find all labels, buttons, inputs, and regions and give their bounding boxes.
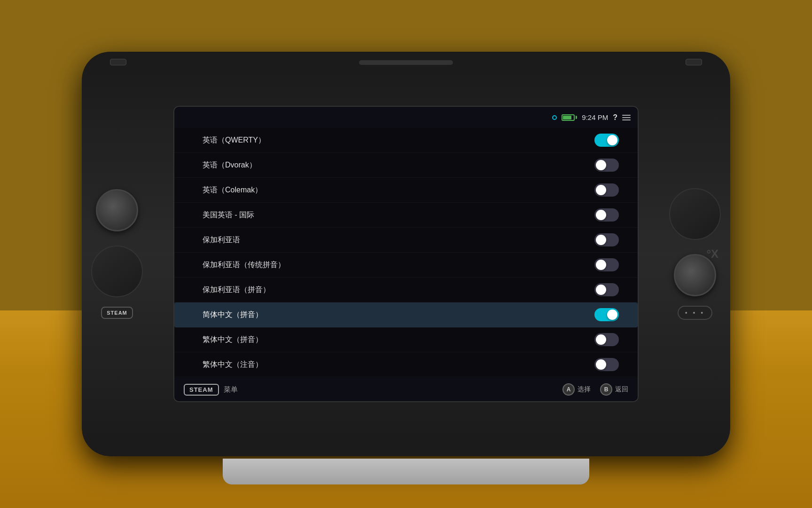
- toggle-us-international[interactable]: [594, 208, 619, 222]
- left-controls: STEAM: [91, 189, 143, 319]
- steam-deck: STEAM 9:24 PM ?: [82, 52, 730, 456]
- dock-stand: [223, 459, 589, 484]
- toggle-thumb-us-international: [596, 210, 606, 220]
- toggle-traditional-chinese-zhuyin[interactable]: [594, 358, 619, 371]
- button-a-hint: A 选择: [562, 383, 591, 396]
- bottom-right-hints: A 选择 B 返回: [562, 383, 628, 396]
- button-b-icon[interactable]: B: [600, 383, 612, 396]
- settings-label-bulgarian-phonetic: 保加利亚语（拼音）: [203, 285, 270, 295]
- settings-item-traditional-chinese-zhuyin[interactable]: 繁体中文（注音）: [174, 352, 638, 377]
- menu-label: 菜单: [224, 385, 238, 394]
- top-left-button[interactable]: [110, 59, 126, 65]
- settings-item-english-qwerty[interactable]: 英语（QWERTY）: [174, 128, 638, 153]
- settings-item-bulgarian-traditional[interactable]: 保加利亚语（传统拼音）: [174, 253, 638, 278]
- settings-label-traditional-chinese-pinyin: 繁体中文（拼音）: [203, 335, 263, 345]
- toggle-thumb-english-dvorak: [596, 160, 606, 170]
- settings-label-english-qwerty: 英语（QWERTY）: [203, 135, 265, 145]
- settings-label-english-colemak: 英语（Colemak）: [203, 185, 262, 195]
- battery-icon: [562, 114, 577, 121]
- settings-label-bulgarian-traditional: 保加利亚语（传统拼音）: [203, 260, 285, 270]
- bottom-bar: STEAM 菜单 A 选择 B 返回: [174, 378, 638, 401]
- toggle-thumb-english-qwerty: [607, 135, 617, 145]
- toggle-simplified-chinese-pinyin[interactable]: [594, 308, 619, 321]
- toggle-thumb-bulgarian-traditional: [596, 260, 606, 270]
- toggle-thumb-traditional-chinese-pinyin: [596, 334, 606, 345]
- wifi-icon: [552, 115, 557, 120]
- settings-item-bulgarian[interactable]: 保加利亚语: [174, 228, 638, 253]
- settings-label-traditional-chinese-zhuyin: 繁体中文（注音）: [203, 360, 263, 370]
- toggle-traditional-chinese-pinyin[interactable]: [594, 333, 619, 346]
- left-joystick[interactable]: [96, 189, 138, 231]
- toggle-thumb-english-colemak: [596, 185, 606, 195]
- settings-label-bulgarian: 保加利亚语: [203, 235, 240, 245]
- back-label: 返回: [615, 385, 628, 394]
- toggle-thumb-bulgarian: [596, 235, 606, 245]
- device-top-bar: [359, 60, 453, 65]
- settings-item-english-dvorak[interactable]: 英语（Dvorak）: [174, 153, 638, 178]
- bottom-left-controls: STEAM 菜单: [184, 384, 238, 396]
- toggle-english-dvorak[interactable]: [594, 159, 619, 172]
- settings-item-traditional-chinese-pinyin[interactable]: 繁体中文（拼音）: [174, 327, 638, 352]
- content-area: 英语（QWERTY）英语（Dvorak）英语（Colemak）美国英语 - 国际…: [174, 128, 638, 378]
- dots-button[interactable]: • • •: [678, 306, 712, 320]
- steam-badge[interactable]: STEAM: [184, 384, 219, 396]
- settings-item-simplified-chinese-pinyin[interactable]: 简体中文（拼音）: [174, 302, 638, 327]
- settings-label-english-dvorak: 英语（Dvorak）: [203, 160, 257, 170]
- settings-label-us-international: 美国英语 - 国际: [203, 210, 254, 220]
- left-touchpad[interactable]: [91, 246, 143, 297]
- settings-item-bulgarian-phonetic[interactable]: 保加利亚语（拼音）: [174, 278, 638, 302]
- settings-item-english-colemak[interactable]: 英语（Colemak）: [174, 178, 638, 203]
- help-icon[interactable]: ?: [613, 113, 617, 122]
- steam-button[interactable]: STEAM: [101, 307, 133, 319]
- device-container: STEAM 9:24 PM ?: [77, 42, 735, 466]
- device-logo: °X: [706, 247, 718, 261]
- toggle-bulgarian-traditional[interactable]: [594, 258, 619, 271]
- status-bar: 9:24 PM ?: [174, 107, 638, 128]
- settings-list: 英语（QWERTY）英语（Dvorak）英语（Colemak）美国英语 - 国际…: [174, 128, 638, 378]
- menu-icon[interactable]: [622, 115, 631, 120]
- settings-item-us-international[interactable]: 美国英语 - 国际: [174, 203, 638, 228]
- button-b-hint: B 返回: [600, 383, 628, 396]
- settings-label-simplified-chinese-pinyin: 简体中文（拼音）: [203, 310, 263, 320]
- toggle-bulgarian[interactable]: [594, 233, 619, 246]
- button-a-icon[interactable]: A: [562, 383, 575, 396]
- toggle-english-colemak[interactable]: [594, 183, 619, 197]
- screen: 9:24 PM ? 英语（QWERTY）英语（Dvorak）英语（Colemak…: [173, 106, 639, 402]
- select-label: 选择: [578, 385, 591, 394]
- toggle-thumb-simplified-chinese-pinyin: [607, 310, 617, 320]
- toggle-thumb-bulgarian-phonetic: [596, 285, 606, 295]
- time-display: 9:24 PM: [582, 113, 608, 121]
- top-right-button[interactable]: [686, 59, 702, 65]
- right-touchpad[interactable]: [669, 188, 721, 240]
- toggle-bulgarian-phonetic[interactable]: [594, 283, 619, 296]
- toggle-thumb-traditional-chinese-zhuyin: [596, 359, 606, 370]
- toggle-english-qwerty[interactable]: [594, 134, 619, 147]
